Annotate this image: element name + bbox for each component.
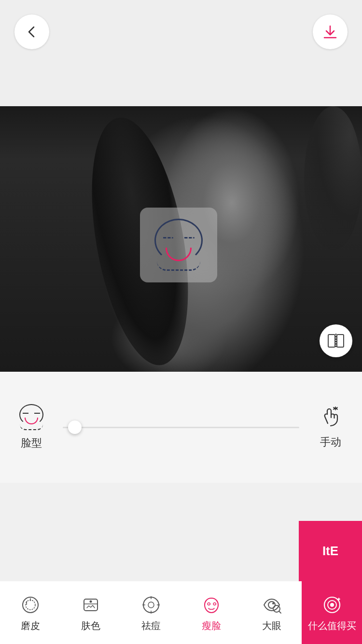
watermark-text: ItE	[322, 543, 338, 560]
svg-point-11	[26, 600, 35, 610]
svg-point-24	[272, 602, 274, 604]
svg-point-23	[268, 602, 275, 608]
buy-label: 什么值得买	[308, 619, 356, 632]
face-type-control[interactable]: 脸型	[10, 404, 53, 450]
nav-item-big-eye[interactable]: 大眼	[241, 581, 302, 644]
watermark: ItE	[299, 521, 362, 581]
face-type-icon	[18, 404, 45, 431]
buy-icon	[320, 593, 344, 616]
nav-item-slim-face[interactable]: 瘦脸	[181, 581, 241, 644]
face-detection-icon	[152, 219, 205, 272]
smooth-icon	[19, 593, 42, 616]
download-button[interactable]	[313, 14, 348, 49]
blemish-icon	[139, 593, 163, 616]
svg-point-16	[89, 600, 92, 602]
svg-point-17	[143, 597, 159, 613]
slider-thumb[interactable]	[68, 420, 82, 434]
nav-item-skin-color[interactable]: 肤色	[60, 581, 121, 644]
back-button[interactable]	[14, 14, 49, 49]
back-icon	[25, 25, 39, 39]
slider-track[interactable]	[63, 427, 299, 428]
face-detection-overlay	[140, 208, 217, 282]
blemish-label: 祛痘	[141, 619, 161, 632]
manual-label: 手动	[320, 435, 341, 449]
download-icon	[322, 24, 338, 40]
manual-control[interactable]: 手动	[309, 405, 352, 449]
svg-point-18	[148, 602, 154, 608]
smooth-label: 磨皮	[21, 619, 40, 632]
slim-face-label: 瘦脸	[202, 619, 221, 632]
hand-icon	[318, 405, 343, 430]
bottom-nav: 磨皮 肤色 祛痘	[0, 581, 362, 644]
hair-right	[304, 106, 362, 251]
compare-button[interactable]	[320, 324, 352, 357]
nav-item-smooth[interactable]: 磨皮	[0, 581, 60, 644]
skin-color-label: 肤色	[81, 619, 100, 632]
header	[0, 0, 362, 106]
controls-area: 脸型	[0, 372, 362, 483]
svg-point-29	[330, 603, 334, 607]
compare-icon	[327, 332, 345, 350]
svg-rect-2	[337, 335, 344, 347]
nav-item-buy[interactable]: 什么值得买	[302, 581, 362, 644]
svg-line-26	[279, 611, 281, 613]
slim-face-icon	[200, 593, 223, 616]
skin-color-icon	[79, 593, 102, 616]
svg-rect-1	[328, 335, 335, 347]
slider-container	[53, 427, 309, 428]
big-eye-icon	[260, 593, 283, 616]
face-type-label: 脸型	[21, 436, 42, 450]
nav-item-blemish[interactable]: 祛痘	[121, 581, 181, 644]
big-eye-label: 大眼	[262, 619, 281, 632]
image-area	[0, 106, 362, 372]
